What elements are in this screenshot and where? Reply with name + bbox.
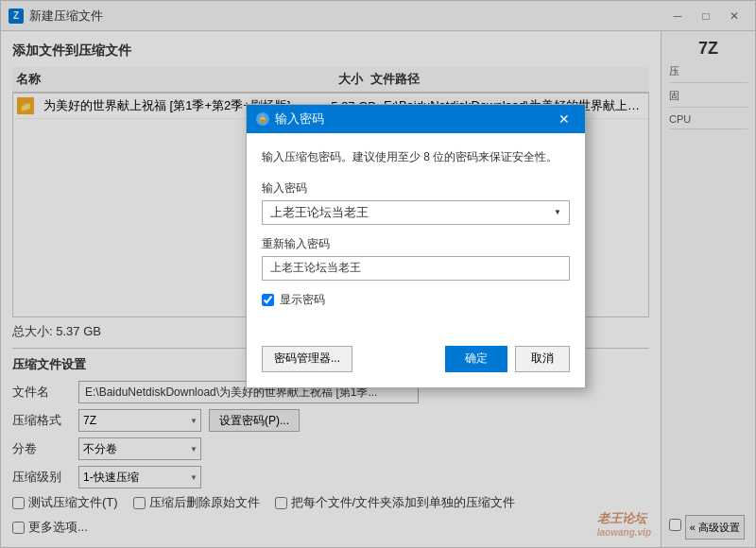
- show-password-checkbox[interactable]: [262, 294, 274, 306]
- dialog-title-bar: 🔒 输入密码 ✕: [247, 105, 585, 133]
- password-dialog: 🔒 输入密码 ✕ 输入压缩包密码。建议使用至少 8 位的密码来保证安全性。 输入…: [246, 104, 586, 388]
- show-password-row: 显示密码: [262, 292, 570, 308]
- dropdown-arrow-icon: ▼: [554, 208, 561, 216]
- confirm-field-label: 重新输入密码: [262, 236, 570, 252]
- password-input-dropdown[interactable]: 上老王论坛当老王 ▼: [262, 200, 570, 225]
- show-password-label: 显示密码: [280, 292, 325, 308]
- password-input-row: 上老王论坛当老王 ▼: [262, 200, 570, 225]
- confirm-input[interactable]: [262, 256, 570, 281]
- dialog-title: 输入密码: [275, 111, 547, 128]
- confirm-input-row: [262, 256, 570, 281]
- password-value: 上老王论坛当老王: [270, 204, 369, 221]
- password-manager-button[interactable]: 密码管理器...: [262, 346, 352, 372]
- dialog-description: 输入压缩包密码。建议使用至少 8 位的密码来保证安全性。: [262, 148, 570, 165]
- dialog-body: 输入压缩包密码。建议使用至少 8 位的密码来保证安全性。 输入密码 上老王论坛当…: [247, 133, 585, 338]
- cancel-button[interactable]: 取消: [515, 346, 570, 372]
- main-window: Z 新建压缩文件 ─ □ ✕ 添加文件到压缩文件 名称 大小 文件路径 📁 为美…: [0, 0, 756, 548]
- dialog-icon: 🔒: [256, 112, 269, 126]
- ok-button[interactable]: 确定: [445, 346, 507, 372]
- password-field-label: 输入密码: [262, 180, 570, 197]
- dialog-footer: 密码管理器... 确定 取消: [247, 338, 585, 387]
- modal-overlay: 🔒 输入密码 ✕ 输入压缩包密码。建议使用至少 8 位的密码来保证安全性。 输入…: [1, 1, 755, 547]
- dialog-close-button[interactable]: ✕: [553, 108, 576, 130]
